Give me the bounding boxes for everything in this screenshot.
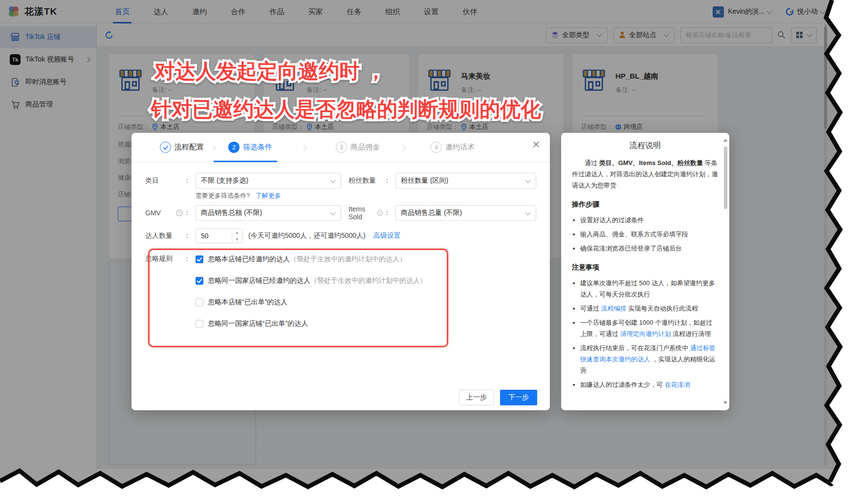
panel-text: 可通过: [580, 305, 601, 312]
help-icon[interactable]: ?: [176, 210, 183, 216]
steps-list: 设置好达人的过滤条件输入商品、佣金、联系方式等必填字段确保花漾浏览器已经登录了店…: [572, 214, 719, 254]
gmv-label-row: GMV ? ：: [145, 209, 196, 217]
step-number: 4: [431, 142, 442, 153]
notes-heading: 注意事项: [572, 263, 719, 272]
scroll-up-icon[interactable]: [723, 139, 727, 142]
wizard-step-筛选条件[interactable]: 2筛选条件: [228, 142, 272, 153]
panel-note-item: 流程执行结束后，可在花漾门户系统中 通过标签快速查询本次邀约的达人 ，实现达人的…: [580, 342, 719, 376]
panel-step-item: 设置好达人的过滤条件: [580, 214, 719, 226]
wizard-step-流程配置[interactable]: 流程配置: [160, 142, 204, 153]
gmv-label: GMV: [145, 209, 161, 217]
step-number: 3: [336, 142, 347, 153]
stepper-down-icon[interactable]: ▼: [232, 236, 242, 243]
ignore-label-row: 忽略规则 ：: [145, 254, 196, 263]
stepper-up-icon[interactable]: ▲: [232, 229, 242, 236]
step-label: 筛选条件: [243, 143, 272, 152]
panel-note-item: 如嫌达人的过滤条件太少，可 在花漾浏: [580, 379, 719, 390]
ignore-rule-text: 忽略同一国家店铺已经邀约的达人（暨处于生效中的邀约计划中的达人）: [208, 276, 427, 285]
ignore-rule-row: 忽略同一国家店铺“已出单”的达人: [196, 319, 427, 328]
panel-note-item: 可通过 流程编排 实现每天自动执行此流程: [580, 303, 719, 314]
annotation-line-2: 针对已邀约达人是否忽略的判断规则的优化: [151, 96, 541, 123]
panel-link[interactable]: 流程编排: [601, 305, 627, 312]
panel-scrollbar[interactable]: [724, 147, 727, 209]
chevron-down-icon: [525, 177, 530, 183]
ignore-rule-text: 忽略本店铺已经邀约的达人（暨处于生效中的邀约计划中的达人）: [208, 255, 406, 264]
ignore-rule-row: 忽略本店铺已经邀约的达人（暨处于生效中的邀约计划中的达人）: [196, 255, 427, 264]
more-filters-text: 需要更多筛选条件?: [196, 192, 250, 199]
ignore-rule-text: 忽略本店铺“已出单”的达人: [208, 298, 287, 307]
fans-label-row: 粉丝数量 ：: [341, 176, 395, 185]
prev-step-button[interactable]: 上一步: [459, 390, 494, 405]
wizard-step-商品佣金[interactable]: 3商品佣金: [336, 142, 380, 153]
ignore-rule-row: 忽略本店铺“已出单”的达人: [196, 298, 427, 307]
creator-count-stepper: 50 ▲ ▼: [196, 229, 242, 243]
ignore-checkbox-list: 忽略本店铺已经邀约的达人（暨处于生效中的邀约计划中的达人）忽略同一国家店铺已经邀…: [196, 254, 427, 341]
items-sold-label: Items Sold: [349, 205, 377, 221]
panel-text: 如嫌达人的过滤条件太少，可: [580, 381, 665, 388]
step-label: 邀约话术: [445, 143, 475, 152]
panel-title: 流程说明: [572, 141, 719, 151]
panel-text: 实现每天自动执行此流程: [627, 305, 698, 312]
creator-count-label-row: 达人数量 ：: [145, 231, 196, 240]
panel-text: 流程进行清理: [671, 330, 711, 337]
checkbox-checked[interactable]: [196, 277, 203, 285]
fans-value: 粉丝数量 (区间): [401, 176, 448, 185]
chevron-down-icon: [330, 210, 335, 215]
panel-step-item: 确保花漾浏览器已经登录了店铺后台: [580, 243, 719, 254]
panel-text: 类目、GMV、Items Sold、粉丝数量: [599, 159, 703, 167]
app-window: 花漾TK 首页达人邀约合作作品买家任务组织设置伙伴 K Kevin的演... 悦…: [0, 0, 851, 504]
ignore-rule-text: 忽略同一国家店铺“已出单”的达人: [208, 319, 308, 328]
panel-step-item: 输入商品、佣金、联系方式等必填字段: [580, 229, 719, 240]
filter-form: 类目 ： 不限 (支持多选) 粉丝数量 ： 粉丝数量 (区间) 需要更多筛选条件…: [131, 173, 550, 341]
next-step-button[interactable]: 下一步: [500, 390, 537, 405]
check-icon: [160, 142, 171, 153]
category-select[interactable]: 不限 (支持多选): [196, 173, 341, 189]
process-help-panel: 流程说明 通过 类目、GMV、Items Sold、粉丝数量 等条件过滤达人，对…: [561, 133, 729, 410]
panel-text: 通过: [585, 159, 599, 167]
gmv-select[interactable]: 商品销售总额 (不限): [196, 205, 341, 221]
notes-list: 建议单次邀约不超过 500 达人，如希望邀约更多达人，可每天分批次执行可通过 流…: [572, 277, 719, 390]
panel-text: 流程执行结束后，可在花漾门户系统中: [580, 344, 690, 352]
invitation-wizard-modal: ✕ 流程配置2筛选条件3商品佣金4邀约话术 类目 ： 不限 (支持多选) 粉丝数…: [131, 133, 550, 410]
category-value: 不限 (支持多选): [201, 176, 248, 185]
panel-note-item: 建议单次邀约不超过 500 达人，如希望邀约更多达人，可每天分批次执行: [580, 277, 719, 300]
help-icon[interactable]: ?: [377, 210, 383, 216]
panel-link[interactable]: 清理定向邀约计划: [620, 330, 671, 337]
items-sold-label-row: Items Sold ? ：: [341, 205, 395, 221]
step-label: 商品佣金: [350, 143, 380, 152]
category-label-row: 类目 ：: [145, 176, 196, 185]
step-number: 2: [228, 142, 240, 153]
wizard-stepper: 流程配置2筛选条件3商品佣金4邀约话术: [131, 133, 550, 163]
chevron-right-icon: [301, 145, 307, 151]
items-sold-value: 商品销售总量 (不限): [401, 209, 462, 217]
checkbox-checked[interactable]: [196, 255, 203, 263]
steps-heading: 操作步骤: [572, 200, 719, 209]
learn-more-link[interactable]: 了解更多: [256, 192, 281, 199]
wizard-step-邀约话术[interactable]: 4邀约话术: [431, 142, 475, 153]
checkbox-unchecked[interactable]: [196, 320, 203, 328]
advanced-settings-link[interactable]: 高级设置: [373, 231, 401, 240]
scroll-down-icon[interactable]: [723, 401, 727, 404]
active-step-underline: [214, 161, 277, 162]
more-filters-line: 需要更多筛选条件? 了解更多: [196, 191, 536, 200]
panel-text: 建议单次邀约不超过 500 达人，如希望邀约更多达人，可每天分批次执行: [580, 279, 715, 298]
checkbox-unchecked[interactable]: [196, 298, 203, 306]
creator-count-value[interactable]: 50: [196, 232, 232, 240]
ignore-rule-row: 忽略同一国家店铺已经邀约的达人（暨处于生效中的邀约计划中的达人）: [196, 276, 427, 285]
panel-intro: 通过 类目、GMV、Items Sold、粉丝数量 等条件过滤达人，对筛选出的达…: [572, 157, 719, 191]
ignore-rules-label: 忽略规则: [145, 254, 173, 263]
ignore-rules-section: 忽略规则 ： 忽略本店铺已经邀约的达人（暨处于生效中的邀约计划中的达人）忽略同一…: [145, 254, 536, 341]
wizard-footer: 上一步 下一步: [459, 390, 537, 405]
gmv-value: 商品销售总额 (不限): [201, 209, 262, 217]
panel-note-item: 一个店铺最多可创建 1000 个邀约计划，如超过上限，可通过 清理定向邀约计划 …: [580, 317, 719, 339]
fans-select[interactable]: 粉丝数量 (区间): [395, 173, 536, 189]
ignore-rule-subtext: （暨处于生效中的邀约计划中的达人）: [290, 255, 406, 263]
svg-text:?: ?: [178, 210, 181, 215]
creator-count-label: 达人数量: [145, 231, 173, 240]
step-label: 流程配置: [175, 143, 204, 152]
items-sold-select[interactable]: 商品销售总量 (不限): [395, 205, 536, 221]
ignore-rule-subtext: （暨处于生效中的邀约计划中的达人）: [310, 276, 427, 284]
svg-text:?: ?: [379, 211, 381, 215]
chevron-down-icon: [330, 177, 335, 183]
panel-link[interactable]: 在花漾浏: [665, 381, 690, 388]
